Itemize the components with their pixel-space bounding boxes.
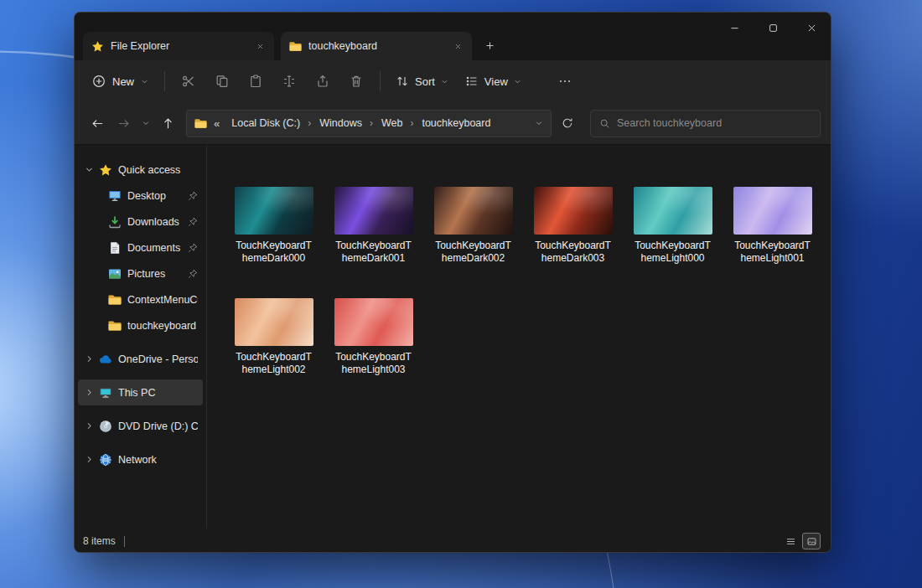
file-thumbnail xyxy=(235,298,313,346)
forward-button[interactable] xyxy=(111,111,137,137)
up-button[interactable] xyxy=(155,111,181,137)
details-view-icon xyxy=(785,536,796,547)
up-arrow-icon xyxy=(162,117,174,130)
sidebar-item-contextmenucust[interactable]: ContextMenuCust xyxy=(78,286,203,312)
file-item[interactable]: TouchKeyboardThemeDark000 xyxy=(224,187,324,265)
close-tab-icon[interactable] xyxy=(256,43,264,50)
sidebar-item-label: Desktop xyxy=(127,190,184,202)
search-box[interactable] xyxy=(590,110,821,137)
breadcrumb-item: Web › xyxy=(376,115,416,132)
file-item[interactable]: TouchKeyboardThemeDark001 xyxy=(324,187,423,265)
window-body: Quick access Desktop Downloads Documents… xyxy=(75,145,831,529)
new-button[interactable]: New xyxy=(83,69,158,94)
file-name: TouchKeyboardThemeLight001 xyxy=(732,240,813,265)
file-name: TouchKeyboardThemeDark000 xyxy=(233,240,314,265)
items-count: 8 items xyxy=(83,535,116,547)
address-box[interactable]: « Local Disk (C:) › Windows › Web › touc… xyxy=(186,110,552,137)
chevron-right-icon[interactable] xyxy=(85,421,94,431)
recent-locations-button[interactable] xyxy=(137,111,155,137)
file-item[interactable]: TouchKeyboardThemeLight003 xyxy=(324,298,423,376)
breadcrumb-item: touchkeyboard xyxy=(417,115,495,132)
breadcrumb-overflow[interactable]: « xyxy=(212,117,221,130)
share-icon xyxy=(316,75,329,88)
search-input[interactable] xyxy=(617,117,811,129)
breadcrumb-separator-icon: › xyxy=(367,117,376,129)
file-name: TouchKeyboardThemeDark003 xyxy=(532,240,614,265)
chevron-down-icon xyxy=(141,78,148,85)
view-toggles xyxy=(781,533,822,549)
chevron-right-icon[interactable] xyxy=(85,455,94,464)
thumbnail-view-button[interactable] xyxy=(802,533,821,549)
cut-button[interactable] xyxy=(172,67,205,95)
trash-icon xyxy=(350,75,363,88)
downloads-icon xyxy=(108,215,122,229)
view-icon xyxy=(465,75,479,88)
chevron-right-icon[interactable] xyxy=(85,388,94,397)
back-button[interactable] xyxy=(85,111,111,137)
plus-icon xyxy=(484,40,495,51)
file-thumbnail xyxy=(434,187,513,235)
documents-icon xyxy=(108,241,122,255)
file-item[interactable]: TouchKeyboardThemeLight000 xyxy=(623,187,723,265)
maximize-button[interactable] xyxy=(754,13,792,43)
sidebar-item-desktop[interactable]: Desktop xyxy=(78,183,203,209)
details-view-button[interactable] xyxy=(781,533,800,549)
folder-icon xyxy=(108,319,122,333)
delete-button[interactable] xyxy=(339,67,373,95)
minimize-button[interactable] xyxy=(715,13,754,43)
breadcrumb-segment[interactable]: Web xyxy=(376,115,407,132)
chevron-down-icon xyxy=(514,78,521,85)
sidebar-item-touchkeyboard[interactable]: touchkeyboard xyxy=(78,312,203,338)
sidebar-item-network[interactable]: Network xyxy=(78,446,203,472)
disc-icon xyxy=(99,420,112,433)
sidebar-item-downloads[interactable]: Downloads xyxy=(78,209,203,235)
tab-file-explorer[interactable]: File Explorer xyxy=(83,32,274,60)
breadcrumb: Local Disk (C:) › Windows › Web › touchk… xyxy=(226,115,530,132)
sidebar-item-pictures[interactable]: Pictures xyxy=(78,260,203,286)
toolbar-divider xyxy=(164,71,165,91)
folder-icon xyxy=(108,293,122,307)
sidebar-item-onedrive-personal[interactable]: OneDrive - Personal xyxy=(78,346,203,372)
sort-button[interactable]: Sort xyxy=(387,69,457,94)
address-history-chevron-icon[interactable] xyxy=(535,119,543,127)
file-item[interactable]: TouchKeyboardThemeLight001 xyxy=(723,187,822,265)
chevron-right-icon[interactable] xyxy=(85,354,94,364)
file-thumbnail xyxy=(634,187,712,235)
tab-label: touchkeyboard xyxy=(308,40,448,52)
breadcrumb-separator-icon: › xyxy=(305,117,313,129)
share-button[interactable] xyxy=(306,67,339,95)
breadcrumb-segment[interactable]: Windows xyxy=(314,115,367,132)
sidebar-item-documents[interactable]: Documents xyxy=(78,235,203,260)
refresh-button[interactable] xyxy=(555,111,580,136)
more-options-button[interactable] xyxy=(548,67,582,95)
view-button-label: View xyxy=(484,75,508,88)
cut-icon xyxy=(182,75,195,88)
close-button[interactable] xyxy=(792,13,831,43)
new-tab-button[interactable] xyxy=(479,34,500,56)
tab-touchkeyboard[interactable]: touchkeyboard xyxy=(281,32,472,60)
file-item[interactable]: TouchKeyboardThemeDark003 xyxy=(523,187,623,265)
file-name: TouchKeyboardThemeLight002 xyxy=(233,351,314,376)
breadcrumb-segment[interactable]: touchkeyboard xyxy=(417,115,495,132)
sidebar-item-quick-access[interactable]: Quick access xyxy=(78,157,203,183)
paste-button[interactable] xyxy=(239,67,272,95)
file-thumbnail xyxy=(334,298,413,346)
sidebar-item-this-pc[interactable]: This PC xyxy=(78,379,203,405)
refresh-icon xyxy=(562,117,573,129)
titlebar: File Explorer touchkeyboard xyxy=(75,13,831,60)
status-divider xyxy=(124,536,125,547)
new-button-label: New xyxy=(112,75,134,88)
rename-button[interactable] xyxy=(272,67,306,95)
file-item[interactable]: TouchKeyboardThemeLight002 xyxy=(224,298,324,376)
close-tab-icon[interactable] xyxy=(454,43,462,50)
close-icon xyxy=(806,23,817,34)
star-icon xyxy=(91,40,104,53)
sidebar-item-label: DVD Drive (D:) CCCC xyxy=(118,420,198,432)
chevron-down-icon[interactable] xyxy=(85,165,94,174)
folder-icon xyxy=(289,40,302,53)
breadcrumb-segment[interactable]: Local Disk (C:) xyxy=(226,115,305,132)
sidebar-item-dvd-drive-d-cccc[interactable]: DVD Drive (D:) CCCC xyxy=(78,413,203,439)
view-button[interactable]: View xyxy=(457,69,530,94)
file-item[interactable]: TouchKeyboardThemeDark002 xyxy=(423,187,523,265)
copy-button[interactable] xyxy=(205,67,239,95)
